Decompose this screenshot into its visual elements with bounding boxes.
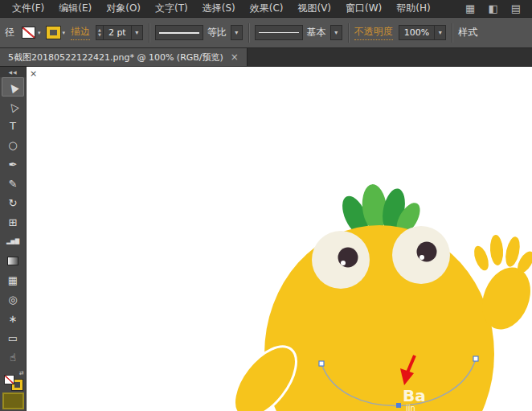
width-profile-combo[interactable]: 等比 ▾ <box>155 25 243 40</box>
selection-tool-icon: ▲ <box>6 80 19 93</box>
width-profile-preview[interactable] <box>155 25 203 40</box>
style-label[interactable]: 样式 <box>458 26 477 39</box>
panels-icon[interactable]: ▤ <box>511 3 521 14</box>
tab-close-icon[interactable]: × <box>231 52 239 62</box>
stroke-weight-field[interactable]: ▲ ▼ 2 pt ▾ <box>96 25 143 40</box>
brush-preview[interactable] <box>255 25 303 40</box>
pencil-tool-icon: ✎ <box>9 179 18 189</box>
app-bar-right: ▦ ◧ ▤ <box>465 3 527 14</box>
width-profile-dropdown-icon[interactable]: ▾ <box>231 25 243 40</box>
menu-file[interactable]: 文件(F) <box>5 0 51 17</box>
rotate-tool[interactable]: ↻ <box>2 193 24 212</box>
artboard-tool-icon: ▭ <box>8 333 18 343</box>
separator <box>149 23 149 43</box>
stroke-swatch-group: ▾ <box>47 27 66 39</box>
mesh-tool[interactable]: ▦ <box>2 270 24 290</box>
monster-left-pupil[interactable] <box>338 248 358 268</box>
anchor-point-left[interactable] <box>319 361 324 366</box>
brush-definition-label: 基本 <box>307 26 326 39</box>
direct-selection-tool[interactable]: △ <box>2 97 24 116</box>
ellipse-tool[interactable]: ○ <box>2 135 24 154</box>
anchor-point-selected[interactable] <box>396 403 401 408</box>
monster-finger-2[interactable] <box>489 234 505 265</box>
color-swatch[interactable] <box>2 393 24 409</box>
monster-right-pupil[interactable] <box>417 242 437 262</box>
menu-edit[interactable]: 编辑(E) <box>51 0 99 17</box>
fill-proxy-swatch[interactable] <box>4 375 14 384</box>
document-canvas[interactable]: × <box>27 67 532 411</box>
paintbrush-tool[interactable]: ✒ <box>2 154 24 174</box>
fill-dropdown-icon[interactable]: ▾ <box>38 30 41 36</box>
menu-object[interactable]: 对象(O) <box>99 0 148 17</box>
tools-panel-collapse[interactable]: ◀◀ <box>0 67 26 77</box>
opacity-value[interactable]: 100% <box>399 26 434 39</box>
document-tab[interactable]: 5截图20180522122421.png* @ 100% (RGB/预览) × <box>0 48 248 66</box>
width-profile-label: 等比 <box>207 26 227 39</box>
paintbrush-tool-icon: ✒ <box>9 159 18 170</box>
menu-window[interactable]: 窗口(W) <box>338 0 389 17</box>
direct-selection-tool-icon: △ <box>6 100 19 113</box>
mesh-tool-icon: ▦ <box>8 275 18 286</box>
collapse-arrows-icon: ◀◀ <box>8 69 17 75</box>
free-transform-tool[interactable]: ⊞ <box>2 212 24 232</box>
column-graph-tool[interactable]: ▂▅▇ <box>2 232 24 251</box>
type-tool-icon: T <box>10 121 16 131</box>
artboard-canvas[interactable]: × <box>27 67 532 411</box>
document-tab-bar: 5截图20180522122421.png* @ 100% (RGB/预览) × <box>0 48 532 67</box>
watermark-line1: Ba <box>403 386 426 405</box>
free-transform-tool-icon: ⊞ <box>9 217 18 228</box>
fill-swatch-group: ▾ <box>22 27 41 39</box>
selection-tool[interactable]: ▲ <box>2 77 24 97</box>
menu-help[interactable]: 帮助(H) <box>389 0 437 17</box>
brush-definition-combo[interactable]: 基本 ▾ <box>255 25 342 40</box>
rotate-tool-icon: ↻ <box>9 198 18 208</box>
workspace-switcher-icon[interactable]: ◧ <box>488 3 497 14</box>
blend-tool[interactable]: ◎ <box>2 290 24 309</box>
artboard-tool[interactable]: ▭ <box>2 328 24 347</box>
watermark-line2: jin <box>405 404 415 411</box>
stroke-weight-dropdown-icon[interactable]: ▾ <box>131 26 142 39</box>
opacity-field[interactable]: 100% ▾ <box>399 25 446 40</box>
brush-line-icon <box>259 32 299 33</box>
stepper-down-icon[interactable]: ▼ <box>98 33 101 37</box>
gradient-tool[interactable] <box>2 251 24 270</box>
arrange-documents-icon[interactable]: ▦ <box>465 3 475 14</box>
stroke-panel-link[interactable]: 描边 <box>71 25 90 40</box>
anchor-point-right[interactable] <box>473 356 478 361</box>
brush-dropdown-icon[interactable]: ▾ <box>330 25 342 40</box>
blend-tool-icon: ◎ <box>8 294 17 305</box>
menu-view[interactable]: 视图(V) <box>290 0 338 17</box>
menu-effect[interactable]: 效果(C) <box>243 0 291 17</box>
left-eye-highlight <box>341 261 346 265</box>
pencil-tool[interactable]: ✎ <box>2 174 24 193</box>
path-panel-label: 径 <box>5 26 14 39</box>
fill-stroke-proxy: ⇄ <box>4 373 23 390</box>
symbol-sprayer-tool[interactable]: ∗ <box>2 309 24 328</box>
hand-tool[interactable]: ☝ <box>2 347 24 367</box>
menu-select[interactable]: 选择(S) <box>195 0 243 17</box>
tools-panel: ◀◀ ▲ △ T ○ ✒ ✎ ↻ ⊞ ▂▅▇ ▦ ◎ ∗ ▭ ☝ ⇄ <box>0 67 27 411</box>
illustrator-window: 文件(F) 编辑(E) 对象(O) 文字(T) 选择(S) 效果(C) 视图(V… <box>0 0 532 411</box>
separator <box>248 23 249 43</box>
type-tool[interactable]: T <box>2 116 24 135</box>
column-graph-tool-icon: ▂▅▇ <box>6 239 19 245</box>
monster-finger-1[interactable] <box>471 244 491 272</box>
opacity-panel-link[interactable]: 不透明度 <box>354 25 393 40</box>
symbol-sprayer-tool-icon: ∗ <box>9 314 18 324</box>
canvas-mark: × <box>30 68 37 79</box>
opacity-dropdown-icon[interactable]: ▾ <box>434 26 445 39</box>
swap-fill-stroke-icon[interactable]: ⇄ <box>19 370 24 376</box>
main-content: ◀◀ ▲ △ T ○ ✒ ✎ ↻ ⊞ ▂▅▇ ▦ ◎ ∗ ▭ ☝ ⇄ <box>0 67 532 411</box>
hand-tool-icon: ☝ <box>10 352 16 363</box>
fill-color-swatch[interactable] <box>22 27 35 39</box>
separator <box>348 23 349 43</box>
gradient-tool-icon <box>7 257 18 265</box>
right-eye-highlight <box>419 255 424 260</box>
document-tab-title: 5截图20180522122421.png* @ 100% (RGB/预览) <box>8 51 223 64</box>
stroke-weight-value[interactable]: 2 pt <box>104 26 131 39</box>
ellipse-tool-icon: ○ <box>8 140 17 150</box>
stroke-weight-stepper[interactable]: ▲ ▼ <box>96 26 104 39</box>
menu-type[interactable]: 文字(T) <box>148 0 195 17</box>
stroke-color-swatch[interactable] <box>47 27 60 39</box>
stroke-dropdown-icon[interactable]: ▾ <box>63 30 66 36</box>
